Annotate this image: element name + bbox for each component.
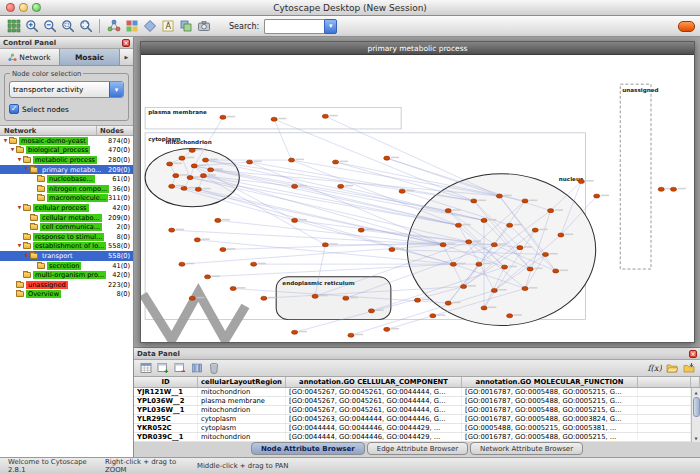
expander-icon[interactable]: ▼ bbox=[2, 139, 9, 144]
trash-icon[interactable] bbox=[206, 361, 221, 375]
zoom-out-icon[interactable] bbox=[41, 18, 58, 35]
tree-row[interactable]: unassigned223(0) bbox=[0, 280, 133, 290]
table-cell[interactable]: cytoplasm bbox=[198, 424, 286, 432]
graph-node[interactable] bbox=[522, 199, 528, 203]
graph-node[interactable] bbox=[384, 156, 390, 160]
expander-icon[interactable]: ▼ bbox=[16, 158, 23, 163]
table-cell[interactable]: YPL036W__2 bbox=[134, 397, 198, 405]
tree-column-network[interactable]: Network bbox=[0, 126, 97, 135]
tab-edge-attribute-browser[interactable]: Edge Attribute Browser bbox=[367, 442, 468, 455]
graph-node[interactable] bbox=[187, 176, 193, 180]
table-icon[interactable] bbox=[138, 361, 153, 375]
graph-node[interactable] bbox=[358, 228, 364, 232]
network-canvas[interactable]: plasma membranecytoplasmmitochondrionnuc… bbox=[141, 55, 694, 342]
graph-node[interactable] bbox=[670, 187, 676, 191]
scroll-down-icon[interactable] bbox=[694, 434, 697, 442]
grid-icon[interactable] bbox=[5, 18, 22, 35]
graph-node[interactable] bbox=[558, 233, 564, 237]
tree-row[interactable]: Overview8(0) bbox=[0, 290, 133, 300]
graph-node[interactable] bbox=[517, 246, 523, 250]
tree-row[interactable]: nitrogen compo...36(0) bbox=[0, 184, 133, 194]
graph-node[interactable] bbox=[167, 162, 173, 166]
expander-icon[interactable]: ▼ bbox=[23, 167, 30, 172]
graph-node[interactable] bbox=[414, 298, 420, 302]
tree-row[interactable]: multi-organism pro...42(0) bbox=[0, 270, 133, 280]
table-row[interactable]: YDR039C__1mitochondrion[GO:0044444, GO:0… bbox=[134, 433, 700, 442]
table-cell[interactable]: mitochondrion bbox=[198, 388, 286, 396]
graph-node[interactable] bbox=[440, 243, 446, 247]
table-cell[interactable]: [GO:0016787, GO:0005488, GO:0003824, G..… bbox=[462, 415, 638, 423]
table-cell[interactable]: mitochondrion bbox=[198, 406, 286, 414]
table-cell[interactable]: YKR052C bbox=[134, 424, 198, 432]
graph-node[interactable] bbox=[445, 209, 451, 213]
graph-node[interactable] bbox=[173, 174, 179, 178]
scroll-up-icon[interactable] bbox=[694, 388, 697, 396]
graph-node[interactable] bbox=[507, 314, 513, 318]
search-dropdown-button[interactable] bbox=[324, 19, 337, 34]
tree-row[interactable]: secretion41(0) bbox=[0, 261, 133, 271]
graph-node[interactable] bbox=[292, 218, 298, 222]
graph-node[interactable] bbox=[338, 184, 344, 188]
graph-node[interactable] bbox=[445, 301, 451, 305]
graph-node[interactable] bbox=[553, 269, 559, 273]
tab-network-attribute-browser[interactable]: Network Attribute Browser bbox=[470, 442, 583, 455]
network-icon[interactable] bbox=[105, 18, 122, 35]
graph-node[interactable] bbox=[548, 209, 554, 213]
close-panel-icon[interactable] bbox=[689, 350, 697, 358]
folder-save-icon[interactable] bbox=[681, 361, 696, 375]
zoom-selected-icon[interactable] bbox=[59, 18, 76, 35]
graph-node[interactable] bbox=[389, 248, 395, 252]
graph-node[interactable] bbox=[491, 288, 497, 292]
table-cell[interactable]: [GO:0045263, GO:0044444, GO:0044446, G..… bbox=[286, 415, 462, 423]
graph-node[interactable] bbox=[181, 186, 187, 190]
graph-node[interactable] bbox=[191, 164, 197, 168]
close-panel-icon[interactable] bbox=[122, 39, 130, 47]
graph-node[interactable] bbox=[169, 228, 175, 232]
tree-row[interactable]: response to stimul...8(0) bbox=[0, 232, 133, 242]
minimize-window-button[interactable] bbox=[19, 3, 28, 12]
column-header[interactable]: cellularLayoutRegion bbox=[198, 377, 286, 387]
zoom-window-button[interactable] bbox=[32, 3, 41, 12]
graph-node[interactable] bbox=[430, 314, 436, 318]
folder-open-icon[interactable] bbox=[664, 361, 679, 375]
graph-node[interactable] bbox=[194, 238, 200, 242]
graph-node[interactable] bbox=[527, 267, 533, 271]
table-cell[interactable]: [GO:0005488, GO:0005215, GO:0005381, ... bbox=[462, 424, 638, 432]
table-cell[interactable]: [GO:0016787, GO:0005488, GO:0005215, G..… bbox=[462, 388, 638, 396]
graph-node[interactable] bbox=[333, 160, 339, 164]
table-cell[interactable]: [GO:0016787, GO:0005488, GO:0005215, G..… bbox=[462, 406, 638, 414]
graph-node[interactable] bbox=[368, 309, 374, 313]
tree-row[interactable]: ▼biological_process470(0) bbox=[0, 146, 133, 156]
more-tabs-button[interactable] bbox=[120, 49, 133, 65]
tree-row[interactable]: cell communica...2(0) bbox=[0, 222, 133, 232]
zoom-in-icon[interactable] bbox=[23, 18, 40, 35]
tree-row[interactable]: ▼primary metabo...209(0) bbox=[0, 165, 133, 175]
graph-node[interactable] bbox=[189, 296, 195, 300]
tree-row[interactable]: ▼metabolic process280(0) bbox=[0, 155, 133, 165]
layout-icon[interactable] bbox=[141, 18, 158, 35]
window-titlebar[interactable]: Cytoscape Desktop (New Session) bbox=[0, 0, 700, 16]
graph-node[interactable] bbox=[471, 199, 477, 203]
graph-node[interactable] bbox=[399, 189, 405, 193]
graph-node[interactable] bbox=[450, 262, 456, 266]
table-cell[interactable]: mitochondrion bbox=[198, 433, 286, 441]
graph-node[interactable] bbox=[189, 148, 195, 152]
table-scrollbar[interactable] bbox=[691, 388, 700, 442]
column-header[interactable]: annotation.GO CELLULAR_COMPONENT bbox=[286, 377, 462, 387]
graph-node[interactable] bbox=[481, 218, 487, 222]
vizmapper-icon[interactable] bbox=[123, 18, 140, 35]
graph-node[interactable] bbox=[322, 114, 328, 118]
graph-node[interactable] bbox=[220, 248, 226, 252]
table-row[interactable]: YPL036W__2plasma membrane[GO:0045267, GO… bbox=[134, 397, 700, 406]
graph-node[interactable] bbox=[215, 218, 221, 222]
graph-node[interactable] bbox=[481, 306, 487, 310]
table-minus-icon[interactable] bbox=[172, 361, 187, 375]
graph-node[interactable] bbox=[288, 158, 294, 162]
graph-node[interactable] bbox=[455, 223, 461, 227]
tree-row[interactable]: ▼mosaic-demo-yeast874(0) bbox=[0, 136, 133, 146]
graph-node[interactable] bbox=[179, 262, 185, 266]
graph-node[interactable] bbox=[343, 296, 349, 300]
tab-mosaic[interactable]: Mosaic bbox=[60, 49, 120, 65]
memory-indicator[interactable] bbox=[678, 21, 695, 32]
table-cell[interactable]: YLR295C bbox=[134, 415, 198, 423]
